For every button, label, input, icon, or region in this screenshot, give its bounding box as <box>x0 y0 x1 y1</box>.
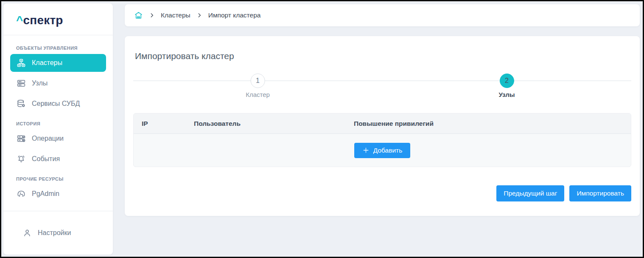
section-label-objects: ОБЪЕКТЫ УПРАВЛЕНИЯ <box>16 45 113 51</box>
chevron-right-icon <box>196 12 202 18</box>
app-window: ^спектр ОБЪЕКТЫ УПРАВЛЕНИЯ Кластеры <box>0 0 644 258</box>
stepper-line <box>133 80 631 81</box>
chevron-right-icon <box>149 12 155 18</box>
cluster-icon <box>16 58 26 68</box>
step-label: Узлы <box>498 91 515 98</box>
sidebar-footer: Настройки <box>3 211 113 255</box>
step-nodes[interactable]: 2 Узлы <box>498 74 515 98</box>
step-circle: 1 <box>251 74 265 88</box>
add-node-button[interactable]: Добавить <box>354 143 411 158</box>
breadcrumb: Кластеры Импорт кластера <box>125 4 640 26</box>
sidebar-item-label: PgAdmin <box>32 190 59 198</box>
breadcrumb-item-clusters[interactable]: Кластеры <box>161 11 190 19</box>
sidebar-item-label: Кластеры <box>32 59 62 67</box>
nodes-icon <box>16 78 26 88</box>
sidebar-item-label: Сервисы СУБД <box>32 100 80 108</box>
wizard-footer: Предыдущий шаг Импортировать <box>133 185 631 201</box>
sidebar-item-label: Узлы <box>32 79 48 87</box>
step-cluster[interactable]: 1 Кластер <box>246 74 270 98</box>
sidebar-nav: ОБЪЕКТЫ УПРАВЛЕНИЯ Кластеры <box>3 35 113 211</box>
column-header-privilege-escalation: Повышение привилегий <box>354 120 631 128</box>
logo-text: спектр <box>23 14 63 27</box>
app-logo: ^спектр <box>3 3 113 35</box>
home-icon[interactable] <box>134 11 143 20</box>
breadcrumb-item-import-cluster: Импорт кластера <box>208 11 261 19</box>
import-button[interactable]: Импортировать <box>569 185 631 201</box>
step-label: Кластер <box>246 91 270 98</box>
events-bell-icon <box>16 154 26 164</box>
import-cluster-card: Импортировать кластер 1 Кластер 2 Узлы I… <box>125 36 640 216</box>
nodes-table: IP Пользователь Повышение привилегий Доб… <box>133 113 631 167</box>
previous-step-button[interactable]: Предыдущий шаг <box>496 185 564 201</box>
sidebar-item-clusters[interactable]: Кластеры <box>10 54 106 72</box>
user-icon <box>22 228 32 238</box>
section-label-other-resources: ПРОЧИЕ РЕСУРСЫ <box>16 176 113 181</box>
column-header-user: Пользователь <box>194 120 354 128</box>
sidebar-item-label: Настройки <box>38 229 71 237</box>
db-services-icon <box>16 99 26 109</box>
main-area: Кластеры Импорт кластера Импортировать к… <box>113 1 643 257</box>
page-title: Импортировать кластер <box>135 51 631 61</box>
logo-caret: ^ <box>16 14 23 27</box>
pgadmin-elephant-icon <box>16 189 26 199</box>
sidebar-item-operations[interactable]: Операции <box>10 130 106 147</box>
sidebar-item-db-services[interactable]: Сервисы СУБД <box>10 95 106 113</box>
sidebar-item-label: События <box>32 155 60 163</box>
wizard-stepper: 1 Кластер 2 Узлы <box>133 74 631 101</box>
sidebar-item-nodes[interactable]: Узлы <box>10 74 106 92</box>
add-node-button-label: Добавить <box>373 147 403 154</box>
sidebar-item-label: Операции <box>32 135 64 142</box>
sidebar-item-pgadmin[interactable]: PgAdmin <box>10 185 106 203</box>
nodes-table-header: IP Пользователь Повышение привилегий <box>134 113 631 134</box>
column-header-ip: IP <box>142 120 194 128</box>
sidebar-item-events[interactable]: События <box>10 150 106 168</box>
step-circle: 2 <box>500 74 514 88</box>
sidebar-item-settings[interactable]: Настройки <box>16 224 106 242</box>
plus-icon <box>362 147 370 154</box>
operations-icon <box>16 133 26 144</box>
section-label-history: ИСТОРИЯ <box>16 121 113 126</box>
sidebar: ^спектр ОБЪЕКТЫ УПРАВЛЕНИЯ Кластеры <box>3 3 113 255</box>
nodes-table-empty-row: Добавить <box>134 134 631 167</box>
